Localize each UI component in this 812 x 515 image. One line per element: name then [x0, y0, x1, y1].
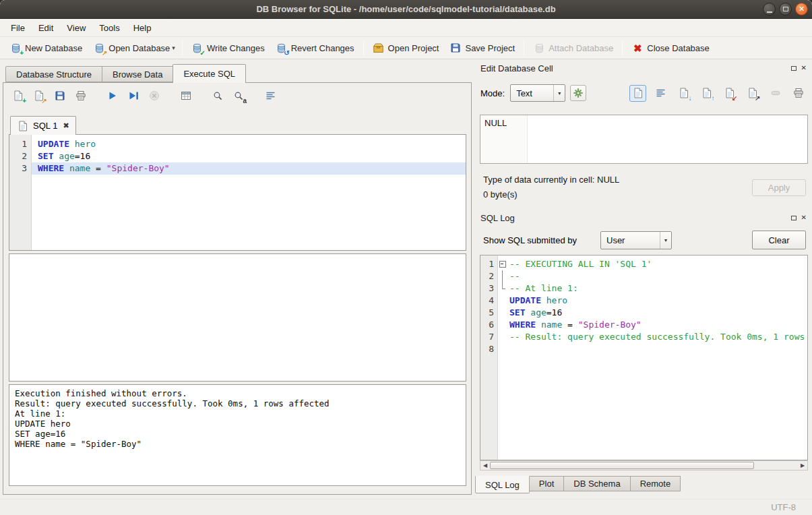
import-cell-button[interactable]: ↙ — [721, 85, 738, 102]
cell-value-editor[interactable]: NULL — [480, 115, 808, 164]
edit-cell-dock-controls: ✕ — [791, 65, 807, 71]
menu-view[interactable]: View — [60, 19, 92, 36]
cell-word-wrap-button[interactable] — [652, 85, 669, 102]
menu-file[interactable]: File — [4, 19, 32, 36]
new-database-icon: + — [9, 42, 22, 54]
menu-help[interactable]: Help — [127, 19, 158, 36]
attach-database-button: Attach Database — [528, 40, 619, 56]
line-text: WHERE name = "Spider-Boy" — [507, 319, 807, 331]
window-maximize-button[interactable] — [779, 3, 792, 16]
dock-tab-db-schema[interactable]: DB Schema — [563, 476, 630, 491]
tab-database-structure[interactable]: Database Structure — [5, 66, 102, 82]
open-sql-file-button[interactable]: ↗ — [31, 88, 47, 104]
encoding-indicator[interactable]: UTF-8 — [771, 502, 796, 512]
clear-button[interactable]: Clear — [752, 231, 806, 249]
window-minimize-button[interactable] — [763, 3, 776, 16]
sql-editor[interactable]: 1UPDATE hero2SET age=163WHERE name = "Sp… — [9, 134, 466, 251]
combo-arrow-icon: ▾ — [553, 85, 565, 101]
export-cell-button[interactable]: ↗ — [744, 85, 761, 102]
dock-tab-plot[interactable]: Plot — [529, 476, 564, 491]
fold-column — [498, 270, 507, 282]
attach-database-icon — [533, 42, 545, 54]
execute-all-icon — [106, 90, 119, 102]
open-project-button[interactable]: Open Project — [367, 40, 445, 56]
log-filter-combo[interactable]: User ▾ — [600, 231, 672, 249]
combo-arrow-icon: ▾ — [660, 232, 671, 249]
line-text — [507, 343, 807, 355]
close-database-button[interactable]: ✖Close Database — [626, 40, 715, 56]
load-cell-icon: ↑ — [701, 87, 713, 99]
dock-float-icon[interactable] — [791, 66, 797, 71]
save-cell-button[interactable]: ↓ — [675, 85, 692, 102]
sql-editor-tab[interactable]: SQL 1 ✖ — [10, 116, 76, 135]
find-button[interactable] — [210, 88, 226, 104]
statusbar: UTF-8 — [0, 499, 812, 515]
mode-combo[interactable]: Text ▾ — [510, 84, 565, 102]
log-lines: 1-- EXECUTING ALL IN 'SQL 1'2--3-- At li… — [480, 255, 807, 460]
revert-changes-icon: ↺ — [276, 42, 288, 54]
open-database-button[interactable]: ↗Open Database — [88, 40, 175, 56]
tab-execute-sql[interactable]: Execute SQL — [173, 64, 246, 83]
line-number: 3 — [480, 282, 498, 295]
window-close-button[interactable]: ✕ — [795, 3, 808, 16]
open-database-label: Open Database — [108, 43, 170, 53]
fold-collapse-icon[interactable] — [498, 258, 507, 270]
toolbar-separator — [363, 40, 364, 56]
sql-tab-page-icon — [17, 120, 29, 132]
word-wrap-button[interactable] — [262, 88, 278, 104]
line-text: -- At line 1: — [507, 282, 807, 295]
dock-tab-sql-log[interactable]: SQL Log — [475, 476, 530, 493]
results-grid[interactable] — [9, 253, 466, 382]
dock-close-icon[interactable]: ✕ — [801, 65, 807, 71]
write-changes-button[interactable]: ✓Write Changes — [186, 40, 270, 56]
new-sql-tab-button[interactable]: + — [10, 88, 26, 104]
cell-print-button[interactable] — [790, 85, 807, 102]
scrollbar-thumb[interactable] — [490, 462, 754, 469]
code-line-5: 5SET age=16 — [480, 307, 807, 319]
save-cell-icon: ↓ — [678, 87, 690, 99]
sql-log-view[interactable]: 1-- EXECUTING ALL IN 'SQL 1'2--3-- At li… — [480, 255, 808, 460]
code-line-1: 1-- EXECUTING ALL IN 'SQL 1' — [480, 258, 807, 270]
titlebar[interactable]: DB Browser for SQLite - /home/user/code/… — [0, 0, 812, 19]
line-number: 1 — [9, 138, 32, 150]
window-title: DB Browser for SQLite - /home/user/code/… — [256, 4, 555, 14]
sql-toolbar: +↗a — [10, 86, 278, 105]
save-project-button[interactable]: Save Project — [444, 40, 520, 56]
line-number: 6 — [480, 319, 498, 331]
save-project-label: Save Project — [465, 43, 515, 53]
scroll-right-icon[interactable]: ▶ — [798, 461, 807, 470]
text-view-button[interactable] — [629, 85, 646, 102]
find-icon — [212, 90, 224, 102]
replace-button[interactable]: a — [230, 88, 247, 104]
set-null-icon — [770, 87, 782, 99]
log-filter-row: Show SQL submitted by User ▾ Clear — [480, 231, 807, 251]
dock-float-icon[interactable] — [791, 216, 797, 220]
menu-edit[interactable]: Edit — [32, 19, 60, 36]
tab-browse-data[interactable]: Browse Data — [102, 66, 173, 82]
line-number: 3 — [9, 162, 32, 175]
print-button[interactable] — [73, 88, 89, 104]
log-horizontal-scrollbar[interactable]: ◀ ▶ — [480, 460, 808, 471]
open-database-dropdown[interactable]: ▾ — [172, 44, 179, 51]
save-sql-file-button[interactable] — [52, 88, 68, 104]
cell-print-icon — [792, 87, 805, 99]
line-text: -- EXECUTING ALL IN 'SQL 1' — [507, 258, 807, 270]
dock-tab-remote[interactable]: Remote — [630, 476, 681, 491]
mode-settings-button[interactable] — [570, 85, 586, 101]
window-minimize-icon — [767, 11, 772, 13]
new-database-button[interactable]: +New Database — [4, 40, 88, 56]
export-results-button[interactable] — [178, 88, 194, 104]
sql-log-title: SQL Log — [480, 213, 515, 223]
open-sql-file-icon: ↗ — [33, 90, 45, 102]
menu-tools[interactable]: Tools — [92, 19, 126, 36]
execute-line-button[interactable] — [125, 88, 142, 104]
revert-changes-button[interactable]: ↺Revert Changes — [270, 40, 360, 56]
code-line-3: 3-- At line 1: — [480, 282, 807, 295]
export-cell-icon: ↗ — [747, 87, 759, 99]
sql-tab-close-icon[interactable]: ✖ — [63, 121, 69, 130]
dock-close-icon[interactable]: ✕ — [801, 214, 807, 221]
scroll-left-icon[interactable]: ◀ — [480, 461, 490, 470]
load-cell-button[interactable]: ↑ — [698, 85, 715, 102]
execute-all-button[interactable] — [104, 88, 121, 104]
window-maximize-icon — [783, 7, 788, 11]
